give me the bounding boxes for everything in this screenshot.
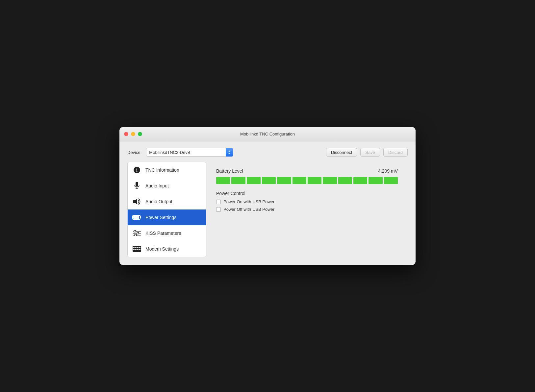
mic-icon bbox=[132, 181, 141, 190]
sidebar-item-audio-input-label: Audio Input bbox=[145, 183, 169, 188]
battery-level-label: Battery Level bbox=[216, 168, 243, 174]
app-window: Mobilinkd TNC Configuration Device: Mobi… bbox=[119, 127, 416, 265]
save-button[interactable]: Save bbox=[360, 148, 380, 157]
battery-segment bbox=[262, 177, 276, 184]
sidebar-item-tnc-info[interactable]: i TNC Information bbox=[128, 162, 206, 178]
battery-segment bbox=[247, 177, 261, 184]
svg-point-13 bbox=[137, 232, 139, 234]
svg-point-23 bbox=[139, 249, 140, 250]
sidebar-item-audio-output[interactable]: Audio Output bbox=[128, 194, 206, 209]
svg-point-19 bbox=[139, 247, 140, 248]
window-controls bbox=[124, 132, 142, 136]
battery-segment bbox=[216, 177, 230, 184]
minimize-button[interactable] bbox=[131, 132, 135, 136]
battery-bar bbox=[216, 177, 398, 184]
svg-point-18 bbox=[137, 247, 139, 248]
power-control-label: Power Control bbox=[216, 191, 398, 196]
power-on-usb-row: Power On with USB Power bbox=[216, 199, 398, 204]
toolbar: Device: MobilinkdTNC2-DevB Disconnect Sa… bbox=[127, 148, 408, 157]
svg-point-20 bbox=[133, 249, 135, 250]
power-off-usb-checkbox[interactable] bbox=[216, 207, 221, 212]
sidebar: i TNC Information Au bbox=[127, 162, 206, 257]
battery-icon bbox=[132, 213, 141, 222]
sidebar-item-kiss-parameters-label: KISS Parameters bbox=[145, 231, 181, 236]
sidebar-item-tnc-info-label: TNC Information bbox=[145, 167, 179, 173]
panel-power-settings: Battery Level 4,209 mV Power Control Pow… bbox=[206, 162, 408, 257]
battery-segment bbox=[277, 177, 291, 184]
sidebar-item-modem-settings[interactable]: Modem Settings bbox=[128, 241, 206, 257]
maximize-button[interactable] bbox=[138, 132, 142, 136]
svg-rect-15 bbox=[133, 246, 141, 252]
battery-segment bbox=[293, 177, 306, 184]
svg-point-22 bbox=[137, 249, 139, 250]
sidebar-item-power-settings[interactable]: Power Settings bbox=[128, 209, 206, 225]
battery-segment bbox=[369, 177, 382, 184]
power-off-usb-label: Power Off with USB Power bbox=[223, 207, 274, 212]
svg-rect-7 bbox=[140, 216, 141, 218]
main-area: i TNC Information Au bbox=[127, 162, 408, 257]
battery-segment bbox=[308, 177, 321, 184]
device-select-wrapper: MobilinkdTNC2-DevB bbox=[146, 148, 233, 157]
battery-segment bbox=[231, 177, 245, 184]
svg-marker-5 bbox=[133, 199, 137, 205]
battery-segment bbox=[384, 177, 398, 184]
sidebar-item-kiss-parameters[interactable]: KISS Parameters bbox=[128, 225, 206, 241]
sliders-icon bbox=[132, 229, 141, 238]
disconnect-button[interactable]: Disconnect bbox=[326, 148, 357, 157]
svg-point-12 bbox=[134, 230, 136, 232]
sidebar-item-audio-input[interactable]: Audio Input bbox=[128, 178, 206, 194]
titlebar: Mobilinkd TNC Configuration bbox=[119, 127, 416, 141]
svg-point-16 bbox=[133, 247, 135, 248]
discard-button[interactable]: Discard bbox=[383, 148, 408, 157]
battery-level-row: Battery Level 4,209 mV bbox=[216, 168, 398, 174]
svg-point-14 bbox=[135, 234, 137, 236]
battery-segment bbox=[338, 177, 352, 184]
power-on-usb-checkbox[interactable] bbox=[216, 200, 221, 204]
main-content: Device: MobilinkdTNC2-DevB Disconnect Sa… bbox=[119, 141, 416, 265]
window-title: Mobilinkd TNC Configuration bbox=[240, 132, 295, 136]
svg-point-17 bbox=[135, 247, 137, 248]
svg-point-21 bbox=[135, 249, 137, 250]
power-on-usb-label: Power On with USB Power bbox=[223, 199, 274, 204]
svg-rect-2 bbox=[136, 182, 138, 186]
speaker-icon bbox=[132, 197, 141, 206]
close-button[interactable] bbox=[124, 132, 128, 136]
svg-text:i: i bbox=[136, 168, 138, 173]
modem-icon bbox=[132, 244, 141, 254]
svg-rect-8 bbox=[133, 216, 139, 219]
sidebar-item-modem-settings-label: Modem Settings bbox=[145, 246, 179, 252]
battery-level-value: 4,209 mV bbox=[378, 168, 398, 174]
device-select[interactable]: MobilinkdTNC2-DevB bbox=[146, 148, 233, 157]
info-icon: i bbox=[132, 165, 141, 175]
battery-segment bbox=[353, 177, 367, 184]
battery-segment bbox=[323, 177, 337, 184]
sidebar-item-power-settings-label: Power Settings bbox=[145, 215, 176, 220]
sidebar-item-audio-output-label: Audio Output bbox=[145, 199, 172, 204]
power-off-usb-row: Power Off with USB Power bbox=[216, 207, 398, 212]
device-label: Device: bbox=[127, 150, 141, 155]
